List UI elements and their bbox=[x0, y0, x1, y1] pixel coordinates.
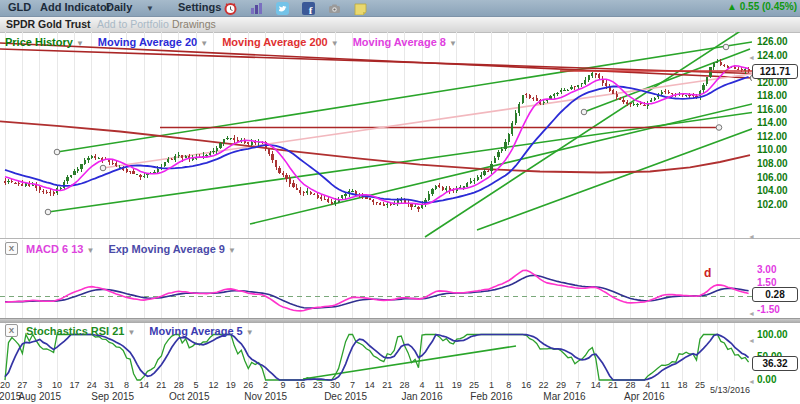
axis-resize-arrow[interactable]: ◄ bbox=[748, 310, 755, 317]
trendline[interactable] bbox=[103, 67, 752, 168]
macd-annotation-d[interactable]: d bbox=[704, 266, 711, 280]
drawing-handle[interactable] bbox=[100, 165, 106, 171]
x-axis-month-label: Feb 2016 bbox=[470, 391, 512, 402]
trendline[interactable] bbox=[250, 93, 752, 224]
ma8-line[interactable] bbox=[5, 66, 749, 204]
svg-text:f: f bbox=[309, 4, 313, 16]
legend-item-label: Moving Average 8 bbox=[353, 36, 446, 48]
x-axis-week-label: 14 bbox=[139, 380, 149, 390]
x-axis-week-label: 8 bbox=[506, 380, 511, 390]
legend-item-label: Moving Average 200 bbox=[222, 36, 328, 48]
axis-tick-label: 116.00 bbox=[757, 104, 787, 115]
chevron-down-icon[interactable]: ▼ bbox=[127, 328, 135, 337]
chevron-down-icon[interactable]: ▼ bbox=[200, 39, 208, 48]
legend-item[interactable]: Moving Average 8▼ bbox=[353, 36, 457, 48]
axis-resize-arrow[interactable]: ◄ bbox=[748, 54, 755, 61]
legend-item[interactable]: Moving Average 200▼ bbox=[222, 36, 338, 48]
x-axis-week-label: 10 bbox=[52, 380, 62, 390]
x-axis-week-label: 20 bbox=[0, 380, 10, 390]
chevron-down-icon[interactable]: ▼ bbox=[86, 246, 94, 255]
drawing-handle[interactable] bbox=[54, 149, 60, 155]
add-indicator-button[interactable]: Add Indicator bbox=[40, 1, 111, 13]
x-axis-week-label: 28 bbox=[400, 380, 410, 390]
trendline[interactable] bbox=[48, 106, 752, 212]
legend-item[interactable]: Moving Average 20▼ bbox=[98, 36, 208, 48]
axis-resize-arrow[interactable]: ◄ bbox=[748, 378, 755, 385]
panel-divider[interactable] bbox=[0, 238, 800, 239]
x-axis-week-label: 28 bbox=[625, 380, 635, 390]
x-axis-week-label: 28 bbox=[174, 380, 184, 390]
legend-item[interactable]: MACD 6 13▼ bbox=[26, 243, 94, 255]
axis-tick-label: 112.00 bbox=[757, 131, 787, 142]
chevron-down-icon[interactable]: ▼ bbox=[331, 39, 339, 48]
legend-item[interactable]: Exp Moving Average 9▼ bbox=[108, 243, 235, 255]
axis-resize-arrow[interactable]: ◄ bbox=[748, 337, 755, 344]
add-to-portfolio-button[interactable]: Add to Portfolio bbox=[97, 18, 169, 30]
bar-chart-icon[interactable] bbox=[250, 1, 263, 14]
last-value-box: 121.71 bbox=[752, 64, 798, 79]
price-chart[interactable] bbox=[0, 32, 752, 238]
interval-select[interactable]: Daily bbox=[106, 1, 132, 13]
legend-item-label: Stochastics RSI 21 bbox=[26, 325, 124, 337]
symbol-title: GLD bbox=[8, 1, 31, 13]
x-axis-week-label: 11 bbox=[661, 380, 670, 390]
drawing-handle[interactable] bbox=[581, 109, 587, 115]
close-icon[interactable]: X bbox=[5, 242, 18, 255]
drawing-handle[interactable] bbox=[716, 125, 722, 131]
x-axis-week-label: 12 bbox=[208, 380, 218, 390]
chevron-down-icon[interactable]: ▼ bbox=[449, 39, 457, 48]
twitter-icon[interactable] bbox=[276, 1, 289, 14]
x-axis-week-label: 31 bbox=[104, 380, 114, 390]
last-value-box: 36.32 bbox=[752, 356, 798, 371]
x-axis-month-label: Jan 2016 bbox=[401, 391, 442, 402]
x-axis-week-label: 8 bbox=[124, 380, 129, 390]
chevron-down-icon[interactable]: ▼ bbox=[146, 4, 154, 13]
camera-icon[interactable] bbox=[328, 1, 341, 14]
axis-resize-arrow[interactable]: ◄ bbox=[748, 233, 755, 240]
x-axis-week-label: 21 bbox=[608, 380, 618, 390]
candles-layer bbox=[4, 59, 750, 212]
x-axis-month-label: Dec 2015 bbox=[324, 391, 367, 402]
legend-item[interactable]: Stochastics RSI 21▼ bbox=[26, 325, 135, 337]
chevron-down-icon[interactable]: ▼ bbox=[246, 328, 254, 337]
x-axis-week-label: 2 bbox=[263, 380, 268, 390]
x-axis-month-label: Oct 2015 bbox=[169, 391, 210, 402]
x-axis-week-label: 11 bbox=[435, 380, 444, 390]
axis-tick-label: 3.00 bbox=[757, 264, 776, 275]
x-axis-month-label: Nov 2015 bbox=[244, 391, 287, 402]
alarm-clock-icon[interactable] bbox=[224, 1, 237, 14]
legend-item-label: MACD 6 13 bbox=[26, 243, 83, 255]
drawing-handle[interactable] bbox=[723, 44, 729, 50]
last-value-box: 0.28 bbox=[752, 287, 798, 302]
chevron-down-icon[interactable]: ▼ bbox=[76, 39, 84, 48]
x-axis-week-label: 18 bbox=[678, 380, 688, 390]
x-axis-week-label: 19 bbox=[226, 380, 236, 390]
axis-tick-label: 126.00 bbox=[757, 36, 788, 47]
x-axis-week-label: 14 bbox=[591, 380, 601, 390]
price-legend: Price History▼Moving Average 20▼Moving A… bbox=[5, 36, 471, 48]
trendline[interactable] bbox=[425, 32, 742, 237]
close-icon[interactable]: X bbox=[5, 324, 18, 337]
drawing-handle[interactable] bbox=[45, 209, 51, 215]
x-axis-week-label: 3 bbox=[37, 380, 42, 390]
axis-tick-label: 100.00 bbox=[757, 329, 788, 340]
settings-button[interactable]: Settings bbox=[178, 1, 221, 13]
up-arrow-icon: ▲ bbox=[727, 1, 737, 12]
x-axis-week-label: 26 bbox=[243, 380, 253, 390]
drawings-button[interactable]: Drawings bbox=[172, 18, 216, 30]
ma20-line[interactable] bbox=[5, 77, 749, 203]
x-axis-week-label: 7 bbox=[576, 380, 581, 390]
x-axis-week-label: 23 bbox=[313, 380, 323, 390]
facebook-icon[interactable]: f bbox=[302, 1, 315, 14]
note-icon[interactable] bbox=[354, 1, 367, 14]
end-date-label: 5/13/2016 bbox=[700, 385, 760, 395]
x-axis-week-label: 16 bbox=[295, 380, 305, 390]
quote-change: ▲ 0.55 (0.45%) bbox=[727, 1, 797, 12]
axis-tick-label: 106.00 bbox=[757, 172, 788, 183]
legend-item[interactable]: Moving Average 5▼ bbox=[149, 325, 253, 337]
x-axis-week-label: 1 bbox=[489, 380, 494, 390]
x-axis-week-label: 24 bbox=[87, 380, 97, 390]
legend-item[interactable]: Price History▼ bbox=[5, 36, 84, 48]
chevron-down-icon[interactable]: ▼ bbox=[228, 246, 236, 255]
stoch-k-line[interactable] bbox=[5, 335, 749, 381]
